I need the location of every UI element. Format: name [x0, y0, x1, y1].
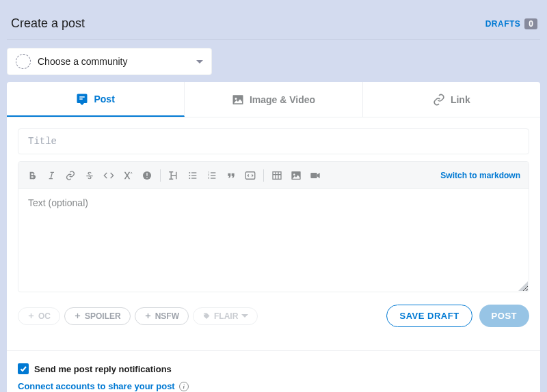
bullet-list-button[interactable]	[183, 166, 202, 185]
link-button[interactable]	[61, 166, 80, 185]
svg-rect-15	[245, 171, 255, 179]
svg-rect-1	[146, 173, 147, 176]
svg-point-5	[189, 175, 190, 176]
post-button[interactable]: POST	[479, 305, 529, 327]
drafts-label: DRAFTS	[485, 19, 521, 29]
svg-rect-4	[191, 172, 196, 173]
chevron-down-icon	[241, 314, 248, 318]
connect-label: Connect accounts to share your post	[18, 381, 175, 391]
page-title: Create a post	[11, 16, 85, 31]
chevron-down-icon	[196, 60, 203, 64]
drafts-count: 0	[524, 18, 537, 29]
editor-placeholder: Text (optional)	[28, 197, 88, 208]
title-input[interactable]	[18, 128, 529, 154]
drafts-button[interactable]: DRAFTS 0	[485, 18, 537, 29]
spoiler-pill[interactable]: SPOILER	[64, 307, 131, 325]
image-button[interactable]	[286, 166, 306, 185]
markdown-switch[interactable]: Switch to markdown	[440, 171, 520, 180]
svg-rect-2	[146, 177, 147, 178]
video-button[interactable]	[306, 166, 325, 185]
superscript-button[interactable]	[118, 166, 137, 185]
svg-rect-8	[191, 178, 196, 178]
image-icon	[232, 94, 244, 106]
link-icon	[433, 94, 445, 106]
tab-link-label: Link	[451, 94, 470, 105]
heading-button[interactable]	[164, 166, 183, 185]
svg-rect-10	[211, 172, 215, 173]
quote-button[interactable]	[222, 166, 241, 185]
tabs: Post Image & Video Link	[7, 82, 540, 117]
editor: 123 Switch to markdown Text (optional)	[18, 161, 529, 292]
spoiler-label: SPOILER	[85, 311, 121, 321]
toolbar-divider	[263, 169, 264, 182]
info-icon[interactable]: i	[179, 382, 189, 391]
tab-post[interactable]: Post	[7, 82, 185, 117]
code-block-button[interactable]	[241, 166, 260, 185]
notify-label: Send me post reply notifications	[34, 364, 172, 374]
flair-label: FLAIR	[214, 311, 238, 321]
svg-rect-20	[310, 173, 317, 178]
svg-text:3: 3	[208, 176, 210, 180]
svg-rect-12	[211, 175, 215, 176]
spoiler-button[interactable]	[137, 166, 157, 185]
header: Create a post DRAFTS 0	[7, 7, 540, 40]
resize-handle-icon[interactable]	[518, 281, 528, 291]
number-list-button[interactable]: 123	[202, 166, 222, 185]
flair-pill[interactable]: FLAIR	[193, 307, 258, 325]
tab-link[interactable]: Link	[363, 82, 540, 117]
nsfw-pill[interactable]: NSFW	[135, 307, 189, 325]
tag-row: OC SPOILER NSFW FLAIR	[18, 305, 529, 327]
editor-toolbar: 123 Switch to markdown	[18, 162, 529, 189]
nsfw-label: NSFW	[155, 311, 179, 321]
community-placeholder-icon	[16, 54, 31, 69]
svg-rect-14	[211, 178, 215, 178]
tab-image-video[interactable]: Image & Video	[185, 82, 362, 117]
svg-rect-16	[273, 171, 281, 179]
form-body: 123 Switch to markdown Text (optional)	[7, 117, 540, 338]
svg-rect-6	[191, 175, 196, 176]
tab-image-video-label: Image & Video	[250, 94, 315, 105]
bold-button[interactable]	[23, 166, 42, 185]
table-button[interactable]	[267, 166, 286, 185]
inline-code-button[interactable]	[99, 166, 118, 185]
post-panel: Post Image & Video Link	[7, 82, 540, 392]
notify-checkbox-row[interactable]: Send me post reply notifications	[18, 363, 529, 374]
community-picker[interactable]: Choose a community	[7, 48, 212, 75]
svg-point-7	[189, 178, 190, 179]
post-icon	[76, 93, 88, 105]
tab-post-label: Post	[94, 94, 114, 104]
svg-point-3	[189, 172, 190, 173]
italic-button[interactable]	[42, 166, 61, 185]
editor-body[interactable]: Text (optional)	[18, 189, 529, 292]
save-draft-button[interactable]: SAVE DRAFT	[386, 305, 472, 327]
toolbar-divider	[160, 169, 161, 182]
checkbox-checked-icon[interactable]	[18, 363, 29, 374]
strikethrough-button[interactable]	[80, 166, 99, 185]
connect-accounts-link[interactable]: Connect accounts to share your post i	[18, 381, 529, 391]
panel-footer: Send me post reply notifications Connect…	[7, 350, 540, 392]
oc-pill[interactable]: OC	[18, 307, 60, 325]
oc-label: OC	[38, 311, 51, 321]
community-placeholder-text: Choose a community	[38, 56, 128, 67]
